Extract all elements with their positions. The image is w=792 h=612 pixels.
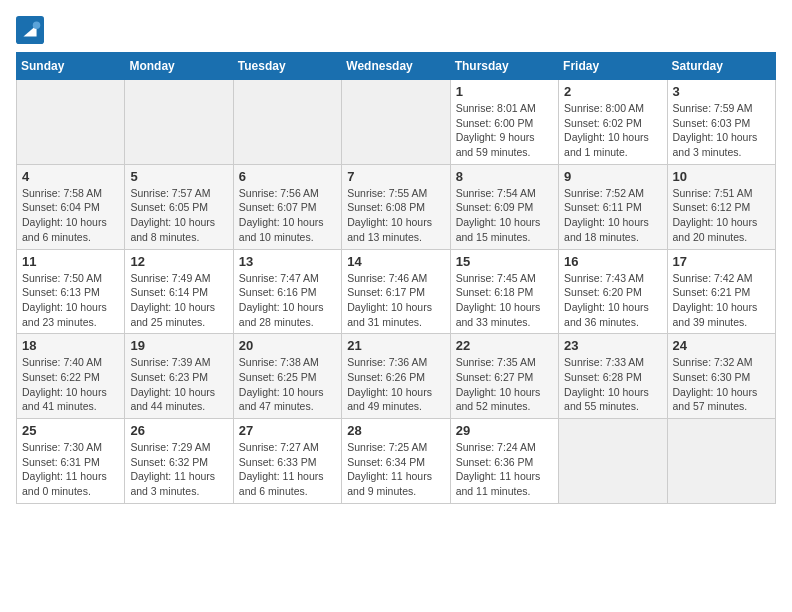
day-info: Sunrise: 7:57 AM Sunset: 6:05 PM Dayligh…: [130, 186, 227, 245]
calendar-table: SundayMondayTuesdayWednesdayThursdayFrid…: [16, 52, 776, 504]
calendar-cell: 14Sunrise: 7:46 AM Sunset: 6:17 PM Dayli…: [342, 249, 450, 334]
calendar-week-1: 1Sunrise: 8:01 AM Sunset: 6:00 PM Daylig…: [17, 80, 776, 165]
day-number: 15: [456, 254, 553, 269]
weekday-header-tuesday: Tuesday: [233, 53, 341, 80]
calendar-cell: 24Sunrise: 7:32 AM Sunset: 6:30 PM Dayli…: [667, 334, 775, 419]
calendar-cell: 25Sunrise: 7:30 AM Sunset: 6:31 PM Dayli…: [17, 419, 125, 504]
day-number: 21: [347, 338, 444, 353]
calendar-cell: 1Sunrise: 8:01 AM Sunset: 6:00 PM Daylig…: [450, 80, 558, 165]
calendar-cell: 9Sunrise: 7:52 AM Sunset: 6:11 PM Daylig…: [559, 164, 667, 249]
day-info: Sunrise: 7:47 AM Sunset: 6:16 PM Dayligh…: [239, 271, 336, 330]
calendar-cell: 15Sunrise: 7:45 AM Sunset: 6:18 PM Dayli…: [450, 249, 558, 334]
calendar-cell: 12Sunrise: 7:49 AM Sunset: 6:14 PM Dayli…: [125, 249, 233, 334]
calendar-cell: [125, 80, 233, 165]
weekday-header-thursday: Thursday: [450, 53, 558, 80]
calendar-body: 1Sunrise: 8:01 AM Sunset: 6:00 PM Daylig…: [17, 80, 776, 504]
day-number: 11: [22, 254, 119, 269]
calendar-cell: 23Sunrise: 7:33 AM Sunset: 6:28 PM Dayli…: [559, 334, 667, 419]
day-info: Sunrise: 7:27 AM Sunset: 6:33 PM Dayligh…: [239, 440, 336, 499]
calendar-cell: [342, 80, 450, 165]
day-info: Sunrise: 7:56 AM Sunset: 6:07 PM Dayligh…: [239, 186, 336, 245]
day-number: 14: [347, 254, 444, 269]
day-number: 24: [673, 338, 770, 353]
day-number: 29: [456, 423, 553, 438]
day-number: 18: [22, 338, 119, 353]
day-info: Sunrise: 7:24 AM Sunset: 6:36 PM Dayligh…: [456, 440, 553, 499]
calendar-cell: [233, 80, 341, 165]
calendar-cell: 27Sunrise: 7:27 AM Sunset: 6:33 PM Dayli…: [233, 419, 341, 504]
day-number: 20: [239, 338, 336, 353]
calendar-header: SundayMondayTuesdayWednesdayThursdayFrid…: [17, 53, 776, 80]
calendar-cell: 5Sunrise: 7:57 AM Sunset: 6:05 PM Daylig…: [125, 164, 233, 249]
day-info: Sunrise: 7:32 AM Sunset: 6:30 PM Dayligh…: [673, 355, 770, 414]
calendar-cell: 7Sunrise: 7:55 AM Sunset: 6:08 PM Daylig…: [342, 164, 450, 249]
weekday-header-sunday: Sunday: [17, 53, 125, 80]
calendar-cell: 29Sunrise: 7:24 AM Sunset: 6:36 PM Dayli…: [450, 419, 558, 504]
calendar-cell: 11Sunrise: 7:50 AM Sunset: 6:13 PM Dayli…: [17, 249, 125, 334]
weekday-header-saturday: Saturday: [667, 53, 775, 80]
calendar-week-5: 25Sunrise: 7:30 AM Sunset: 6:31 PM Dayli…: [17, 419, 776, 504]
day-info: Sunrise: 8:01 AM Sunset: 6:00 PM Dayligh…: [456, 101, 553, 160]
logo: [16, 16, 46, 44]
day-info: Sunrise: 7:42 AM Sunset: 6:21 PM Dayligh…: [673, 271, 770, 330]
header-row: SundayMondayTuesdayWednesdayThursdayFrid…: [17, 53, 776, 80]
day-number: 8: [456, 169, 553, 184]
day-number: 4: [22, 169, 119, 184]
calendar-week-3: 11Sunrise: 7:50 AM Sunset: 6:13 PM Dayli…: [17, 249, 776, 334]
day-number: 26: [130, 423, 227, 438]
day-number: 25: [22, 423, 119, 438]
day-number: 2: [564, 84, 661, 99]
calendar-cell: 13Sunrise: 7:47 AM Sunset: 6:16 PM Dayli…: [233, 249, 341, 334]
calendar-cell: 26Sunrise: 7:29 AM Sunset: 6:32 PM Dayli…: [125, 419, 233, 504]
day-number: 27: [239, 423, 336, 438]
calendar-cell: 8Sunrise: 7:54 AM Sunset: 6:09 PM Daylig…: [450, 164, 558, 249]
day-number: 19: [130, 338, 227, 353]
page-header: [16, 16, 776, 44]
day-number: 13: [239, 254, 336, 269]
calendar-cell: 2Sunrise: 8:00 AM Sunset: 6:02 PM Daylig…: [559, 80, 667, 165]
day-number: 9: [564, 169, 661, 184]
day-info: Sunrise: 7:51 AM Sunset: 6:12 PM Dayligh…: [673, 186, 770, 245]
day-number: 10: [673, 169, 770, 184]
calendar-cell: 6Sunrise: 7:56 AM Sunset: 6:07 PM Daylig…: [233, 164, 341, 249]
day-number: 7: [347, 169, 444, 184]
day-info: Sunrise: 7:45 AM Sunset: 6:18 PM Dayligh…: [456, 271, 553, 330]
day-number: 12: [130, 254, 227, 269]
day-info: Sunrise: 7:58 AM Sunset: 6:04 PM Dayligh…: [22, 186, 119, 245]
day-number: 22: [456, 338, 553, 353]
day-number: 1: [456, 84, 553, 99]
day-info: Sunrise: 7:55 AM Sunset: 6:08 PM Dayligh…: [347, 186, 444, 245]
day-info: Sunrise: 7:43 AM Sunset: 6:20 PM Dayligh…: [564, 271, 661, 330]
day-number: 16: [564, 254, 661, 269]
calendar-cell: 28Sunrise: 7:25 AM Sunset: 6:34 PM Dayli…: [342, 419, 450, 504]
day-info: Sunrise: 7:38 AM Sunset: 6:25 PM Dayligh…: [239, 355, 336, 414]
day-number: 17: [673, 254, 770, 269]
day-info: Sunrise: 7:49 AM Sunset: 6:14 PM Dayligh…: [130, 271, 227, 330]
calendar-cell: 4Sunrise: 7:58 AM Sunset: 6:04 PM Daylig…: [17, 164, 125, 249]
weekday-header-friday: Friday: [559, 53, 667, 80]
calendar-cell: [17, 80, 125, 165]
calendar-cell: [667, 419, 775, 504]
logo-icon: [16, 16, 44, 44]
calendar-cell: 17Sunrise: 7:42 AM Sunset: 6:21 PM Dayli…: [667, 249, 775, 334]
day-number: 28: [347, 423, 444, 438]
calendar-cell: [559, 419, 667, 504]
day-info: Sunrise: 7:46 AM Sunset: 6:17 PM Dayligh…: [347, 271, 444, 330]
day-number: 23: [564, 338, 661, 353]
calendar-cell: 19Sunrise: 7:39 AM Sunset: 6:23 PM Dayli…: [125, 334, 233, 419]
day-info: Sunrise: 7:59 AM Sunset: 6:03 PM Dayligh…: [673, 101, 770, 160]
day-info: Sunrise: 7:39 AM Sunset: 6:23 PM Dayligh…: [130, 355, 227, 414]
day-info: Sunrise: 7:33 AM Sunset: 6:28 PM Dayligh…: [564, 355, 661, 414]
calendar-cell: 10Sunrise: 7:51 AM Sunset: 6:12 PM Dayli…: [667, 164, 775, 249]
day-info: Sunrise: 7:25 AM Sunset: 6:34 PM Dayligh…: [347, 440, 444, 499]
svg-rect-0: [16, 16, 44, 44]
day-number: 3: [673, 84, 770, 99]
day-number: 6: [239, 169, 336, 184]
day-number: 5: [130, 169, 227, 184]
calendar-week-4: 18Sunrise: 7:40 AM Sunset: 6:22 PM Dayli…: [17, 334, 776, 419]
day-info: Sunrise: 7:29 AM Sunset: 6:32 PM Dayligh…: [130, 440, 227, 499]
day-info: Sunrise: 8:00 AM Sunset: 6:02 PM Dayligh…: [564, 101, 661, 160]
day-info: Sunrise: 7:50 AM Sunset: 6:13 PM Dayligh…: [22, 271, 119, 330]
weekday-header-monday: Monday: [125, 53, 233, 80]
weekday-header-wednesday: Wednesday: [342, 53, 450, 80]
